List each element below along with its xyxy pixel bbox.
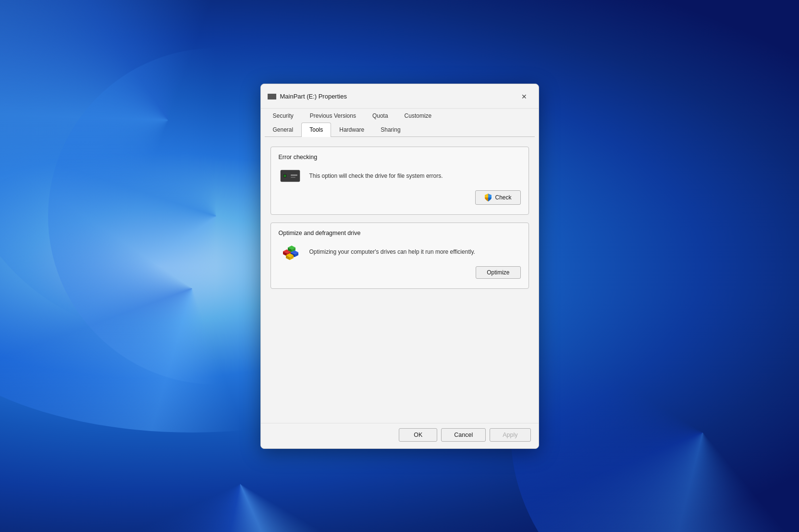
tab-tools[interactable]: Tools (301, 123, 331, 137)
uac-shield-icon (484, 193, 492, 202)
ok-button[interactable]: OK (399, 428, 437, 442)
tab-quota[interactable]: Quota (364, 109, 396, 123)
dialog-content: Error checking (261, 137, 539, 423)
error-checking-description: This option will check the drive for fil… (309, 172, 443, 180)
dialog-footer: OK Cancel Apply (261, 423, 539, 448)
tab-previous-versions[interactable]: Previous Versions (302, 109, 364, 123)
check-button-label: Check (495, 194, 511, 201)
tabs-row-2: General Tools Hardware Sharing (265, 123, 535, 136)
close-button[interactable]: ✕ (517, 90, 531, 103)
tab-sharing[interactable]: Sharing (372, 123, 408, 136)
svg-rect-6 (291, 177, 295, 178)
error-checking-row: This option will check the drive for fil… (279, 166, 521, 186)
defrag-icon (281, 243, 299, 261)
properties-dialog: MainPart (E:) Properties ✕ Security Prev… (260, 84, 539, 449)
optimize-section: Optimize and defragment drive (270, 223, 529, 289)
check-button[interactable]: Check (475, 190, 520, 205)
window-icon (268, 94, 276, 99)
hdd-icon-area (279, 166, 302, 186)
svg-point-4 (284, 175, 285, 176)
apply-button[interactable]: Apply (490, 428, 530, 442)
error-checking-section: Error checking (270, 147, 529, 215)
tab-hardware[interactable]: Hardware (331, 123, 372, 136)
hdd-drive-icon (280, 169, 300, 183)
tabs-container-row2: General Tools Hardware Sharing (261, 123, 539, 137)
tab-general[interactable]: General (265, 123, 302, 136)
optimize-description: Optimizing your computer's drives can he… (309, 247, 475, 256)
title-bar: MainPart (E:) Properties ✕ (261, 84, 539, 109)
cancel-button[interactable]: Cancel (441, 428, 486, 442)
tabs-container-row1: Security Previous Versions Quota Customi… (261, 109, 539, 123)
defrag-icon-area (279, 242, 302, 261)
tab-customize[interactable]: Customize (396, 109, 440, 123)
error-checking-title: Error checking (279, 154, 521, 161)
optimize-row: Optimizing your computer's drives can he… (279, 242, 521, 261)
error-checking-button-row: Check (279, 190, 521, 205)
tabs-row-1: Security Previous Versions Quota Customi… (265, 109, 535, 123)
dialog-title: MainPart (E:) Properties (280, 93, 517, 100)
svg-rect-5 (291, 174, 297, 176)
dialog-overlay: MainPart (E:) Properties ✕ Security Prev… (0, 0, 799, 532)
optimize-button-row: Optimize (279, 266, 521, 279)
optimize-button[interactable]: Optimize (476, 266, 520, 279)
tab-security[interactable]: Security (265, 109, 302, 123)
optimize-title: Optimize and defragment drive (279, 230, 521, 236)
